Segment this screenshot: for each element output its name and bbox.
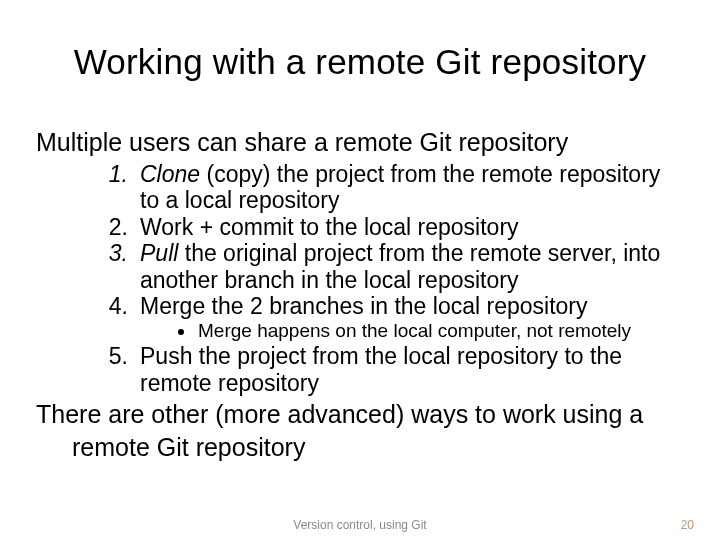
step-2: Work + commit to the local repository xyxy=(134,214,684,240)
footer-page-number: 20 xyxy=(681,518,694,532)
slide-title: Working with a remote Git repository xyxy=(0,42,720,82)
steps-list: Clone (copy) the project from the remote… xyxy=(36,161,684,396)
footer-center-text: Version control, using Git xyxy=(0,518,720,532)
step-1-keyword: Clone xyxy=(140,161,200,187)
step-3: Pull the original project from the remot… xyxy=(134,240,684,293)
slide-body: Multiple users can share a remote Git re… xyxy=(36,128,684,466)
step-4-sublist: Merge happens on the local computer, not… xyxy=(140,319,684,343)
step-5-text: Push the project from the local reposito… xyxy=(140,343,622,395)
slide: Working with a remote Git repository Mul… xyxy=(0,0,720,540)
step-5: Push the project from the local reposito… xyxy=(134,343,684,396)
closing-line-2: remote Git repository xyxy=(72,433,684,462)
closing-line-1: There are other (more advanced) ways to … xyxy=(36,400,684,429)
step-3-rest: the original project from the remote ser… xyxy=(140,240,660,292)
intro-text: Multiple users can share a remote Git re… xyxy=(36,128,684,157)
step-4-subnote: Merge happens on the local computer, not… xyxy=(196,319,684,343)
step-2-text: Work + commit to the local repository xyxy=(140,214,519,240)
step-4: Merge the 2 branches in the local reposi… xyxy=(134,293,684,343)
step-1: Clone (copy) the project from the remote… xyxy=(134,161,684,214)
step-4-text: Merge the 2 branches in the local reposi… xyxy=(140,293,587,319)
step-3-keyword: Pull xyxy=(140,240,178,266)
step-1-rest: (copy) the project from the remote repos… xyxy=(140,161,660,213)
